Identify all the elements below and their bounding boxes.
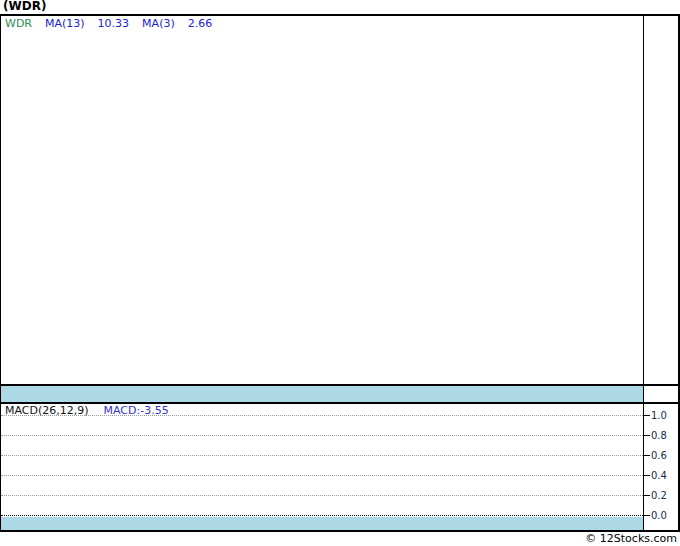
macd-axis-tick [643,415,650,416]
macd-axis-tick [643,435,650,436]
macd-legend: MACD(26,12,9) MACD:-3.55 [5,405,169,417]
macd-axis-label: 1.0 [651,410,679,421]
macd-date-axis-band [1,517,644,530]
macd-axis-tick [643,475,650,476]
macd-panel: MACD(26,12,9) MACD:-3.55 1.0 0.8 0.6 0.4… [0,402,680,532]
legend-ma3-label: MA(3) [142,18,175,30]
macd-axis-label: 0.4 [651,470,679,481]
legend-ma13-label: MA(13) [45,18,85,30]
main-chart-legend: WDR MA(13) 10.33 MA(3) 2.66 [5,18,212,30]
main-price-panel: WDR MA(13) 10.33 MA(3) 2.66 [0,14,680,386]
macd-gridline-0.6 [1,455,643,456]
macd-label: MACD(26,12,9) [5,405,89,417]
macd-axis-label: 0.8 [651,430,679,441]
macd-axis-label: 0.0 [651,510,679,521]
macd-gridline-0.2 [1,495,643,496]
date-axis-band [1,386,644,402]
macd-gridline-0.0 [1,515,643,516]
page-title: (WDR) [3,0,46,14]
macd-gridline-0.8 [1,435,643,436]
macd-axis-tick [643,455,650,456]
macd-axis-label: 0.2 [651,490,679,501]
legend-ma3-value: 2.66 [188,18,213,30]
copyright-text: © 12Stocks.com [585,532,677,545]
legend-ma13-value: 10.33 [98,18,130,30]
macd-axis-label: 0.6 [651,450,679,461]
macd-value: MACD:-3.55 [104,405,169,417]
legend-symbol: WDR [5,18,32,30]
macd-axis-tick [643,495,650,496]
macd-axis-tick [643,515,650,516]
macd-gridline-0.4 [1,475,643,476]
date-axis-strip [0,386,680,402]
